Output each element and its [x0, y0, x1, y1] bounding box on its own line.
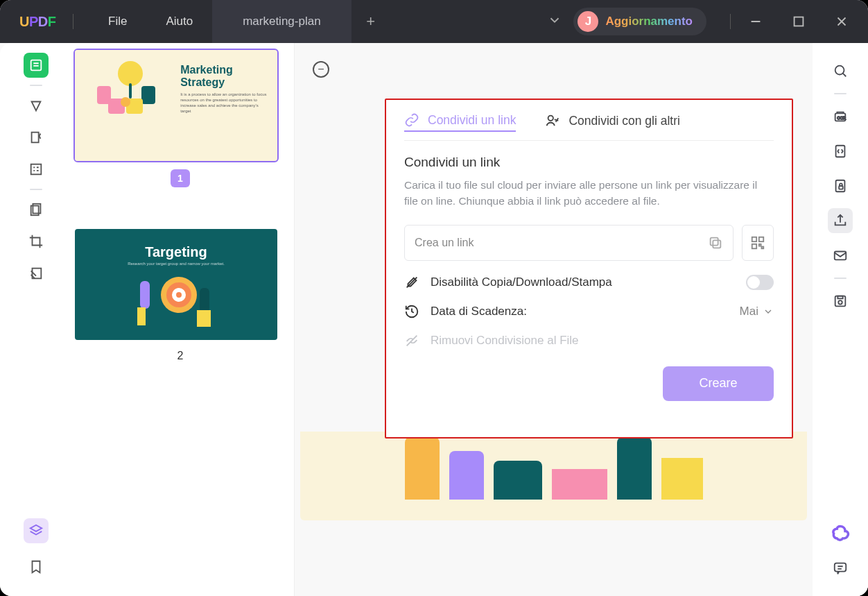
share-heading: Condividi un link — [404, 155, 774, 170]
protect-button[interactable] — [828, 173, 853, 198]
share-panel: Condividi un link Condividi con gli altr… — [385, 99, 793, 439]
link-icon — [404, 112, 419, 128]
copy-icon[interactable] — [708, 235, 723, 250]
page-number-1: 1 — [171, 169, 190, 187]
svg-rect-39 — [759, 244, 761, 246]
user-avatar: J — [578, 11, 598, 32]
remove-share-label: Rimuovi Condivisione al File — [431, 334, 579, 348]
svg-rect-1 — [795, 17, 804, 26]
window-minimize[interactable] — [746, 12, 765, 31]
qr-icon — [750, 235, 765, 250]
svg-point-19 — [835, 66, 844, 75]
app-logo: UPDF — [19, 14, 58, 30]
highlight-tool[interactable] — [24, 93, 49, 118]
document-page-view — [300, 432, 807, 520]
ai-assistant-button[interactable] — [828, 521, 853, 546]
menu-help[interactable]: Aiuto — [166, 15, 193, 28]
window-maximize[interactable] — [789, 12, 808, 31]
svg-rect-7 — [32, 133, 39, 143]
svg-rect-40 — [762, 246, 764, 248]
create-link-input[interactable]: Crea un link — [404, 225, 734, 261]
search-button[interactable] — [828, 58, 853, 83]
form-tool[interactable] — [24, 157, 49, 182]
page-thumbnail-1[interactable]: MarketingStrategyIt is a process to allo… — [75, 50, 277, 161]
watermark-tool[interactable] — [24, 261, 49, 286]
share-tab-others[interactable]: Condividi con gli altri — [545, 112, 680, 132]
zoom-out-button[interactable]: − — [313, 61, 329, 78]
upgrade-label: Aggiornamento — [605, 15, 693, 28]
convert-button[interactable] — [828, 139, 853, 164]
svg-rect-34 — [713, 240, 720, 248]
svg-marker-18 — [31, 525, 42, 531]
tabs-dropdown[interactable] — [547, 12, 562, 31]
svg-line-20 — [843, 74, 847, 77]
bookmark-button[interactable] — [24, 554, 49, 579]
expiry-select[interactable]: Mai — [740, 305, 774, 318]
menu-file[interactable]: File — [108, 15, 127, 28]
disable-copy-label: Disabilità Copia/Download/Stampa — [431, 275, 612, 289]
create-button[interactable]: Creare — [663, 366, 774, 401]
disable-copy-toggle[interactable] — [746, 275, 774, 290]
document-tab[interactable]: marketing-plan — [212, 0, 351, 43]
svg-rect-38 — [752, 244, 756, 248]
svg-rect-29 — [837, 296, 842, 299]
share-tab-link[interactable]: Condividi un link — [404, 112, 516, 132]
layers-button[interactable] — [24, 518, 49, 543]
ocr-button[interactable]: OCR — [828, 104, 853, 129]
share-description: Carica il tuo file sul cloud per inviare… — [404, 177, 774, 210]
svg-rect-36 — [752, 237, 756, 241]
svg-point-28 — [838, 300, 842, 305]
reader-mode-button[interactable] — [24, 53, 49, 78]
expiry-label: Data di Scadenza: — [431, 305, 527, 318]
chevron-down-icon — [763, 306, 774, 317]
page-number-2: 2 — [72, 350, 288, 362]
svg-point-33 — [548, 116, 553, 121]
svg-text:OCR: OCR — [837, 116, 845, 120]
unlink-icon — [404, 333, 419, 348]
people-icon — [545, 113, 560, 128]
history-icon — [404, 304, 419, 319]
svg-rect-8 — [31, 164, 42, 175]
comment-button[interactable] — [828, 556, 853, 581]
disable-icon — [404, 275, 419, 290]
email-button[interactable] — [828, 243, 853, 268]
add-tab-button[interactable]: + — [360, 10, 382, 33]
svg-rect-26 — [835, 252, 847, 260]
page-thumbnail-2[interactable]: Targeting Research your target group and… — [75, 229, 277, 340]
qr-code-button[interactable] — [742, 225, 774, 261]
edit-tool[interactable] — [24, 125, 49, 150]
pages-tool[interactable] — [24, 197, 49, 222]
svg-rect-30 — [835, 563, 847, 572]
save-button[interactable] — [828, 289, 853, 314]
window-close[interactable] — [832, 12, 851, 31]
svg-rect-35 — [711, 237, 718, 245]
upgrade-pill[interactable]: J Aggiornamento — [573, 8, 706, 35]
svg-rect-37 — [759, 237, 763, 241]
crop-tool[interactable] — [24, 229, 49, 254]
share-button[interactable] — [828, 208, 853, 233]
svg-rect-25 — [839, 186, 843, 189]
